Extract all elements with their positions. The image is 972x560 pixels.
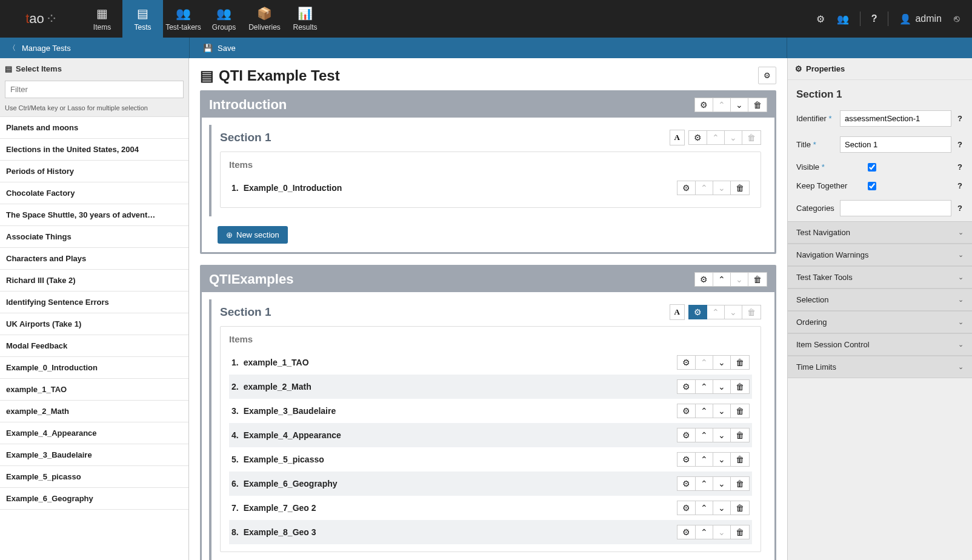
help-icon[interactable]: ? [867, 8, 882, 29]
new-section-button[interactable]: ⊕New section [218, 226, 288, 244]
item-row[interactable]: 8. Example_8_Geo 3 ⚙ ⌃ ⌄ 🗑 [229, 520, 752, 544]
delete-button[interactable]: 🗑 [731, 428, 750, 442]
move-up-button[interactable]: ⌃ [696, 452, 713, 467]
title-input[interactable] [840, 136, 951, 153]
left-item[interactable]: Elections in the United States, 2004 [0, 139, 188, 161]
move-down-button[interactable]: ⌄ [731, 98, 748, 112]
nav-item-groups[interactable]: 👥Groups [204, 0, 244, 38]
left-item[interactable]: The Space Shuttle, 30 years of advent… [0, 204, 188, 226]
accordion-navigation-warnings[interactable]: Navigation Warnings⌄ [788, 244, 972, 266]
left-item[interactable]: example_2_Math [0, 401, 188, 422]
save-button[interactable]: 💾 Save [198, 41, 241, 55]
settings-button[interactable]: ⚙ [688, 130, 707, 145]
filter-input[interactable] [5, 81, 184, 98]
settings-button[interactable]: ⚙ [694, 98, 713, 112]
move-up-button[interactable]: ⌃ [696, 501, 713, 515]
accordion-time-limits[interactable]: Time Limits⌄ [788, 356, 972, 378]
help-icon[interactable]: ? [956, 162, 964, 172]
settings-button[interactable]: ⚙ [677, 501, 696, 515]
delete-button[interactable]: 🗑 [731, 452, 750, 467]
settings-icon[interactable]: ⚙ [811, 8, 830, 30]
move-up-button[interactable]: ⌃ [713, 272, 731, 287]
left-item[interactable]: Example_3_Baudelaire [0, 444, 188, 466]
nav-item-items[interactable]: ▦Items [82, 0, 122, 38]
accordion-item-session-control[interactable]: Item Session Control⌄ [788, 333, 972, 356]
item-row[interactable]: 3. Example_3_Baudelaire ⚙ ⌃ ⌄ 🗑 [229, 399, 752, 423]
accordion-test-taker-tools[interactable]: Test Taker Tools⌄ [788, 266, 972, 288]
accordion-ordering[interactable]: Ordering⌄ [788, 311, 972, 333]
delete-button[interactable]: 🗑 [731, 379, 750, 394]
identifier-input[interactable] [840, 110, 951, 127]
delete-button[interactable]: 🗑 [731, 355, 750, 370]
move-down-button[interactable]: ⌄ [713, 452, 731, 467]
left-item[interactable]: Periods of History [0, 161, 188, 182]
user-menu[interactable]: 👤 admin [894, 8, 947, 30]
settings-button[interactable]: ⚙ [688, 305, 707, 319]
settings-button[interactable]: ⚙ [677, 404, 696, 418]
move-down-button[interactable]: ⌄ [713, 428, 731, 442]
move-down-button[interactable]: ⌄ [713, 501, 731, 515]
delete-button[interactable]: 🗑 [748, 98, 767, 112]
delete-button[interactable]: 🗑 [731, 525, 750, 539]
move-down-button[interactable]: ⌄ [713, 476, 731, 491]
move-up-button[interactable]: ⌃ [696, 525, 713, 539]
delete-button[interactable]: 🗑 [731, 476, 750, 491]
item-row[interactable]: 2. example_2_Math ⚙ ⌃ ⌄ 🗑 [229, 375, 752, 399]
left-item[interactable]: Identifying Sentence Errors [0, 292, 188, 313]
left-item[interactable]: Chocolate Factory [0, 182, 188, 204]
left-item[interactable]: Example_6_Geography [0, 488, 188, 510]
nav-item-results[interactable]: 📊Results [285, 0, 325, 38]
left-item[interactable]: example_1_TAO [0, 379, 188, 401]
back-button[interactable]: 〈 Manage Tests [0, 38, 189, 58]
test-settings-button[interactable]: ⚙ [758, 67, 776, 84]
left-item[interactable]: Example_5_picasso [0, 466, 188, 488]
left-item[interactable]: UK Airports (Take 1) [0, 313, 188, 335]
visible-checkbox[interactable] [868, 163, 876, 172]
keep-together-checkbox[interactable] [868, 182, 876, 190]
item-row[interactable]: 5. Example_5_picasso ⚙ ⌃ ⌄ 🗑 [229, 447, 752, 472]
users-icon[interactable]: 👥 [832, 8, 854, 30]
rubric-button[interactable]: A [670, 304, 685, 320]
accordion-test-navigation[interactable]: Test Navigation⌄ [788, 221, 972, 244]
move-up-button[interactable]: ⌃ [696, 379, 713, 394]
delete-button[interactable]: 🗑 [731, 501, 750, 515]
delete-button[interactable]: 🗑 [748, 272, 767, 287]
delete-button[interactable]: 🗑 [731, 181, 750, 195]
nav-item-test-takers[interactable]: 👥Test-takers [163, 0, 204, 38]
help-icon[interactable]: ? [956, 140, 964, 149]
item-row[interactable]: 7. Example_7_Geo 2 ⚙ ⌃ ⌄ 🗑 [229, 496, 752, 520]
move-down-button[interactable]: ⌄ [713, 379, 731, 394]
settings-button[interactable]: ⚙ [694, 272, 713, 287]
left-item[interactable]: Example_4_Appearance [0, 422, 188, 444]
settings-button[interactable]: ⚙ [677, 379, 696, 394]
settings-button[interactable]: ⚙ [677, 428, 696, 442]
left-item[interactable]: Associate Things [0, 226, 188, 248]
help-icon[interactable]: ? [956, 204, 964, 213]
settings-button[interactable]: ⚙ [677, 476, 696, 491]
settings-button[interactable]: ⚙ [677, 452, 696, 467]
left-item[interactable]: Modal Feedback [0, 335, 188, 357]
logout-icon[interactable]: ⎋ [949, 8, 965, 29]
categories-input[interactable] [840, 200, 951, 216]
item-row[interactable]: 4. Example_4_Appearance ⚙ ⌃ ⌄ 🗑 [229, 423, 752, 447]
move-up-button[interactable]: ⌃ [696, 476, 713, 491]
delete-button[interactable]: 🗑 [731, 404, 750, 418]
left-item[interactable]: Planets and moons [0, 117, 188, 139]
item-row[interactable]: 1. example_1_TAO ⚙ ⌃ ⌄ 🗑 [229, 350, 752, 375]
rubric-button[interactable]: A [670, 130, 685, 145]
item-row[interactable]: 6. Example_6_Geography ⚙ ⌃ ⌄ 🗑 [229, 472, 752, 496]
settings-button[interactable]: ⚙ [677, 355, 696, 370]
move-up-button[interactable]: ⌃ [696, 404, 713, 418]
item-row[interactable]: 1. Example_0_Introduction ⚙ ⌃ ⌄ 🗑 [229, 176, 752, 200]
nav-item-deliveries[interactable]: 📦Deliveries [244, 0, 285, 38]
nav-item-tests[interactable]: ▤Tests [122, 0, 163, 38]
help-icon[interactable]: ? [956, 114, 964, 123]
left-item[interactable]: Example_0_Introduction [0, 357, 188, 379]
move-down-button[interactable]: ⌄ [713, 355, 731, 370]
settings-button[interactable]: ⚙ [677, 181, 696, 195]
left-item[interactable]: Richard III (Take 2) [0, 270, 188, 292]
move-up-button[interactable]: ⌃ [696, 428, 713, 442]
accordion-selection[interactable]: Selection⌄ [788, 288, 972, 311]
settings-button[interactable]: ⚙ [677, 525, 696, 539]
help-icon[interactable]: ? [956, 181, 964, 190]
